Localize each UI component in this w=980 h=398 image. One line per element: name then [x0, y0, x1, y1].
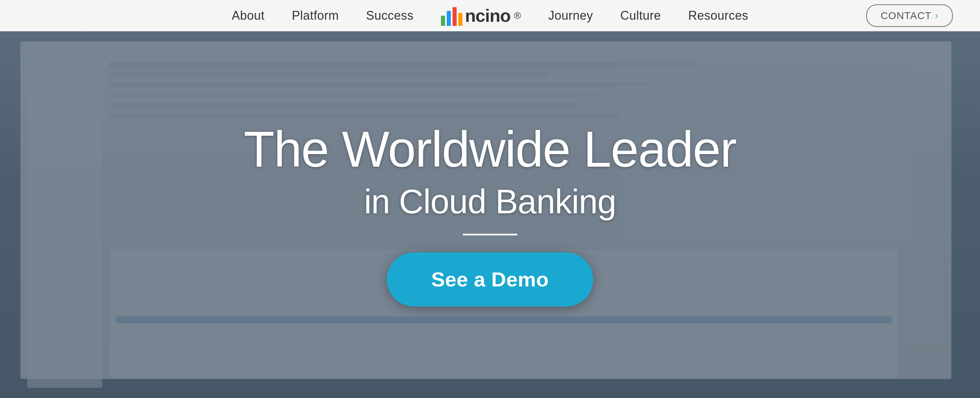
hero-title-line2: in Cloud Banking [364, 183, 616, 220]
nav-item-platform[interactable]: Platform [292, 8, 339, 23]
logo-text: ncino [465, 5, 511, 26]
hero-divider [463, 234, 517, 235]
nav-item-resources[interactable]: Resources [688, 8, 748, 23]
logo-registered: ® [514, 10, 521, 21]
nav-item-journey[interactable]: Journey [548, 8, 593, 23]
logo-bar-1 [441, 16, 445, 26]
hero-section: The Worldwide Leader in Cloud Banking Se… [0, 31, 980, 398]
nav-item-success[interactable]: Success [366, 8, 414, 23]
demo-button[interactable]: See a Demo [387, 252, 593, 306]
logo-bar-4 [458, 13, 462, 26]
navbar: About Platform Success ncino® Journey Cu… [0, 0, 980, 31]
contact-label: CONTACT [881, 10, 932, 21]
nav-links-left: About Platform Success [232, 8, 414, 23]
hero-title-line1: The Worldwide Leader [244, 123, 736, 176]
navbar-inner: About Platform Success ncino® Journey Cu… [0, 5, 980, 26]
hero-content: The Worldwide Leader in Cloud Banking Se… [244, 123, 736, 306]
contact-arrow-icon: › [935, 10, 939, 21]
nav-links-right: Journey Culture Resources [548, 8, 748, 23]
logo-bars [441, 5, 462, 26]
nav-item-culture[interactable]: Culture [620, 8, 661, 23]
logo[interactable]: ncino® [441, 5, 521, 26]
logo-bar-2 [447, 11, 451, 26]
logo-bar-3 [453, 7, 457, 26]
contact-button[interactable]: CONTACT › [866, 5, 953, 27]
nav-item-about[interactable]: About [232, 8, 264, 23]
